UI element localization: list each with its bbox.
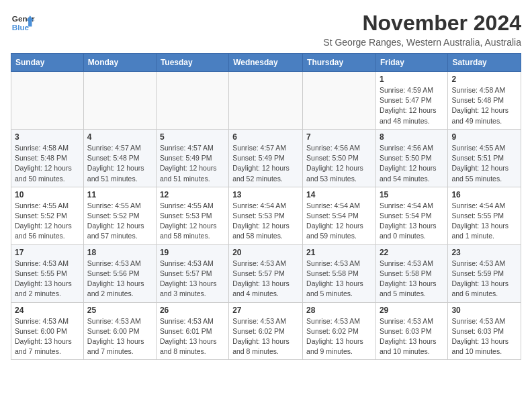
day-number: 11 bbox=[87, 190, 152, 199]
day-info: Sunrise: 4:55 AMSunset: 5:53 PMDaylight:… bbox=[160, 201, 225, 242]
calendar-cell: 10Sunrise: 4:55 AMSunset: 5:52 PMDayligh… bbox=[11, 187, 84, 244]
calendar-cell: 21Sunrise: 4:53 AMSunset: 5:58 PMDayligh… bbox=[303, 244, 376, 302]
header: General Blue November 2024 St George Ran… bbox=[11, 11, 521, 48]
day-number: 21 bbox=[306, 248, 372, 257]
day-number: 23 bbox=[451, 248, 517, 257]
day-number: 8 bbox=[380, 132, 444, 142]
day-info: Sunrise: 4:54 AMSunset: 5:53 PMDaylight:… bbox=[232, 201, 299, 242]
calendar-cell: 12Sunrise: 4:55 AMSunset: 5:53 PMDayligh… bbox=[156, 187, 228, 244]
day-info: Sunrise: 4:54 AMSunset: 5:54 PMDaylight:… bbox=[306, 201, 372, 242]
day-info: Sunrise: 4:57 AMSunset: 5:48 PMDaylight:… bbox=[87, 143, 152, 184]
calendar-cell: 11Sunrise: 4:55 AMSunset: 5:52 PMDayligh… bbox=[83, 187, 156, 244]
day-number: 29 bbox=[380, 306, 444, 315]
day-info: Sunrise: 4:55 AMSunset: 5:52 PMDaylight:… bbox=[15, 201, 80, 242]
calendar-cell: 20Sunrise: 4:53 AMSunset: 5:57 PMDayligh… bbox=[229, 244, 303, 302]
day-info: Sunrise: 4:53 AMSunset: 5:57 PMDaylight:… bbox=[160, 259, 225, 300]
calendar-cell: 6Sunrise: 4:57 AMSunset: 5:49 PMDaylight… bbox=[229, 129, 303, 187]
calendar-cell: 9Sunrise: 4:55 AMSunset: 5:51 PMDaylight… bbox=[448, 129, 521, 187]
day-number: 18 bbox=[87, 248, 152, 257]
svg-text:Blue: Blue bbox=[12, 23, 30, 32]
day-info: Sunrise: 4:56 AMSunset: 5:50 PMDaylight:… bbox=[306, 143, 372, 184]
day-info: Sunrise: 4:53 AMSunset: 5:57 PMDaylight:… bbox=[232, 259, 299, 300]
day-number: 5 bbox=[160, 132, 225, 142]
day-info: Sunrise: 4:53 AMSunset: 6:02 PMDaylight:… bbox=[232, 316, 299, 357]
day-number: 26 bbox=[160, 306, 225, 315]
week-row-4: 17Sunrise: 4:53 AMSunset: 5:55 PMDayligh… bbox=[11, 244, 521, 302]
calendar-cell: 14Sunrise: 4:54 AMSunset: 5:54 PMDayligh… bbox=[303, 187, 376, 244]
calendar-cell bbox=[83, 72, 156, 130]
day-number: 13 bbox=[232, 190, 299, 199]
week-row-5: 24Sunrise: 4:53 AMSunset: 6:00 PMDayligh… bbox=[11, 302, 521, 360]
calendar-cell: 13Sunrise: 4:54 AMSunset: 5:53 PMDayligh… bbox=[229, 187, 303, 244]
calendar-table: SundayMondayTuesdayWednesdayThursdayFrid… bbox=[11, 53, 521, 360]
calendar-cell bbox=[156, 72, 228, 130]
day-info: Sunrise: 4:53 AMSunset: 5:58 PMDaylight:… bbox=[306, 259, 372, 300]
day-number: 9 bbox=[451, 132, 517, 142]
day-info: Sunrise: 4:59 AMSunset: 5:47 PMDaylight:… bbox=[380, 85, 444, 126]
week-row-1: 1Sunrise: 4:59 AMSunset: 5:47 PMDaylight… bbox=[11, 72, 521, 130]
day-info: Sunrise: 4:53 AMSunset: 5:56 PMDaylight:… bbox=[87, 259, 152, 300]
day-info: Sunrise: 4:53 AMSunset: 5:55 PMDaylight:… bbox=[15, 259, 80, 300]
day-info: Sunrise: 4:53 AMSunset: 6:00 PMDaylight:… bbox=[15, 316, 80, 357]
calendar-cell: 26Sunrise: 4:53 AMSunset: 6:01 PMDayligh… bbox=[156, 302, 228, 360]
day-number: 16 bbox=[451, 190, 517, 199]
calendar-cell: 23Sunrise: 4:53 AMSunset: 5:59 PMDayligh… bbox=[448, 244, 521, 302]
calendar-cell bbox=[11, 72, 84, 130]
logo-icon: General Blue bbox=[11, 11, 35, 35]
title-area: November 2024 St George Ranges, Western … bbox=[323, 11, 521, 48]
day-number: 4 bbox=[87, 132, 152, 142]
day-info: Sunrise: 4:53 AMSunset: 6:02 PMDaylight:… bbox=[306, 316, 372, 357]
day-info: Sunrise: 4:53 AMSunset: 6:03 PMDaylight:… bbox=[451, 316, 517, 357]
day-info: Sunrise: 4:58 AMSunset: 5:48 PMDaylight:… bbox=[15, 143, 80, 184]
day-number: 30 bbox=[451, 306, 517, 315]
day-number: 3 bbox=[15, 132, 80, 142]
col-header-wednesday: Wednesday bbox=[229, 54, 303, 72]
day-number: 20 bbox=[232, 248, 299, 257]
day-number: 28 bbox=[306, 306, 372, 315]
month-title: November 2024 bbox=[323, 11, 521, 36]
day-number: 6 bbox=[232, 132, 299, 142]
day-info: Sunrise: 4:53 AMSunset: 6:03 PMDaylight:… bbox=[380, 316, 444, 357]
day-info: Sunrise: 4:57 AMSunset: 5:49 PMDaylight:… bbox=[160, 143, 225, 184]
day-number: 24 bbox=[15, 306, 80, 315]
day-number: 19 bbox=[160, 248, 225, 257]
calendar-cell: 17Sunrise: 4:53 AMSunset: 5:55 PMDayligh… bbox=[11, 244, 84, 302]
calendar-cell bbox=[229, 72, 303, 130]
day-info: Sunrise: 4:54 AMSunset: 5:55 PMDaylight:… bbox=[451, 201, 517, 242]
logo: General Blue bbox=[11, 11, 35, 35]
calendar-cell bbox=[303, 72, 376, 130]
day-number: 12 bbox=[160, 190, 225, 199]
day-info: Sunrise: 4:57 AMSunset: 5:49 PMDaylight:… bbox=[232, 143, 299, 184]
day-info: Sunrise: 4:56 AMSunset: 5:50 PMDaylight:… bbox=[380, 143, 444, 184]
calendar-cell: 24Sunrise: 4:53 AMSunset: 6:00 PMDayligh… bbox=[11, 302, 84, 360]
calendar-cell: 28Sunrise: 4:53 AMSunset: 6:02 PMDayligh… bbox=[303, 302, 376, 360]
calendar-cell: 1Sunrise: 4:59 AMSunset: 5:47 PMDaylight… bbox=[375, 72, 447, 130]
day-info: Sunrise: 4:53 AMSunset: 6:01 PMDaylight:… bbox=[160, 316, 225, 357]
calendar-cell: 7Sunrise: 4:56 AMSunset: 5:50 PMDaylight… bbox=[303, 129, 376, 187]
day-number: 17 bbox=[15, 248, 80, 257]
day-number: 15 bbox=[380, 190, 444, 199]
col-header-tuesday: Tuesday bbox=[156, 54, 228, 72]
day-info: Sunrise: 4:53 AMSunset: 5:59 PMDaylight:… bbox=[451, 259, 517, 300]
day-info: Sunrise: 4:53 AMSunset: 6:00 PMDaylight:… bbox=[87, 316, 152, 357]
calendar-cell: 30Sunrise: 4:53 AMSunset: 6:03 PMDayligh… bbox=[448, 302, 521, 360]
day-number: 2 bbox=[451, 75, 517, 84]
day-info: Sunrise: 4:53 AMSunset: 5:58 PMDaylight:… bbox=[380, 259, 444, 300]
col-header-thursday: Thursday bbox=[303, 54, 376, 72]
calendar-cell: 3Sunrise: 4:58 AMSunset: 5:48 PMDaylight… bbox=[11, 129, 84, 187]
day-number: 7 bbox=[306, 132, 372, 142]
day-info: Sunrise: 4:55 AMSunset: 5:52 PMDaylight:… bbox=[87, 201, 152, 242]
col-header-friday: Friday bbox=[375, 54, 447, 72]
calendar-cell: 15Sunrise: 4:54 AMSunset: 5:54 PMDayligh… bbox=[375, 187, 447, 244]
col-header-sunday: Sunday bbox=[11, 54, 84, 72]
day-number: 25 bbox=[87, 306, 152, 315]
calendar-cell: 16Sunrise: 4:54 AMSunset: 5:55 PMDayligh… bbox=[448, 187, 521, 244]
calendar-cell: 8Sunrise: 4:56 AMSunset: 5:50 PMDaylight… bbox=[375, 129, 447, 187]
week-row-3: 10Sunrise: 4:55 AMSunset: 5:52 PMDayligh… bbox=[11, 187, 521, 244]
col-header-monday: Monday bbox=[83, 54, 156, 72]
calendar-cell: 18Sunrise: 4:53 AMSunset: 5:56 PMDayligh… bbox=[83, 244, 156, 302]
day-info: Sunrise: 4:58 AMSunset: 5:48 PMDaylight:… bbox=[451, 85, 517, 126]
calendar-cell: 5Sunrise: 4:57 AMSunset: 5:49 PMDaylight… bbox=[156, 129, 228, 187]
day-number: 10 bbox=[15, 190, 80, 199]
day-number: 22 bbox=[380, 248, 444, 257]
